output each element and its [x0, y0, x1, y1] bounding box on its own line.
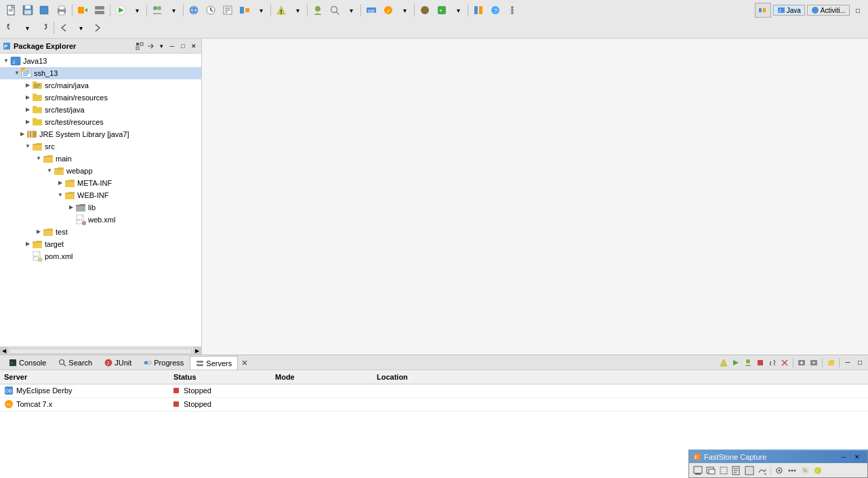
server-disconnect-btn[interactable] [779, 357, 790, 368]
tree-item-test[interactable]: ▶ test [0, 226, 201, 238]
expand-target[interactable]: ▶ [24, 241, 31, 247]
maximize-btn[interactable]: □ [850, 3, 865, 18]
maximize-panel-btn[interactable]: □ [178, 41, 188, 51]
expand-webinf[interactable]: ▼ [57, 192, 64, 199]
myeclipse-btn4[interactable]: + [434, 3, 450, 18]
extras-btn[interactable] [504, 3, 520, 18]
tree-item-srctestresources[interactable]: ▶ src/test/resources [0, 116, 201, 128]
scroll-left[interactable]: ◀ [0, 347, 8, 355]
tree-item-srctestjava[interactable]: ▶ src/test/java [0, 104, 201, 116]
open-perspective[interactable] [755, 3, 771, 18]
tree-item-srcmainresources[interactable]: ▶ src/main/resources [0, 92, 201, 104]
new-button[interactable] [3, 3, 19, 18]
tree-item-ssh13[interactable]: ▼ M ssh_13 [0, 67, 201, 79]
capture-scroll-btn[interactable] [730, 464, 743, 477]
debug-dropdown[interactable]: ▾ [290, 3, 305, 18]
expand-webapp[interactable]: ▼ [46, 167, 53, 174]
expand-ssh13[interactable]: ▼ [14, 70, 20, 77]
myeclipse-btn2[interactable]: ✓ [380, 3, 396, 18]
tab-console[interactable]: >_ Console [3, 356, 52, 370]
team-dropdown[interactable]: ▾ [166, 3, 181, 18]
server-add-btn[interactable] [796, 357, 807, 368]
expand-srcmainresources[interactable]: ▶ [24, 94, 31, 101]
undo-button[interactable] [3, 20, 19, 35]
faststone-minimize[interactable]: ─ [838, 451, 850, 463]
tree-item-webinf[interactable]: ▼ WEB-INF [0, 189, 201, 201]
save-button[interactable] [20, 3, 36, 18]
close-panel-btn[interactable]: ✕ [189, 41, 199, 51]
server-stop-btn[interactable] [755, 357, 766, 368]
expand-metainf[interactable]: ▶ [57, 180, 64, 186]
search-toolbar-button[interactable] [327, 3, 343, 18]
tab-servers[interactable]: Servers [190, 356, 238, 370]
capture-more-btn[interactable] [786, 464, 798, 477]
capture-settings-btn[interactable] [773, 464, 785, 477]
expand-java13[interactable]: ▼ [3, 58, 9, 64]
minimize-panel-btn[interactable]: ─ [167, 41, 177, 51]
tree-item-srcmainjava[interactable]: ▶ src/main/java [0, 79, 201, 92]
expand-test[interactable]: ▶ [35, 228, 42, 235]
myeclipse-btn3[interactable] [417, 3, 433, 18]
run-button[interactable] [112, 3, 129, 18]
team-button[interactable] [149, 3, 165, 18]
deploy-button[interactable] [75, 3, 91, 18]
tree-item-webxml[interactable]: ▶ xml web.xml [0, 214, 201, 226]
tab-junit[interactable]: J JUnit [98, 356, 138, 370]
server-profile-btn[interactable] [743, 357, 753, 368]
redo-button[interactable] [35, 20, 51, 35]
expand-srctestresources[interactable]: ▶ [24, 119, 31, 125]
tab-search[interactable]: Search [52, 356, 98, 370]
close-tabs-button[interactable] [238, 356, 251, 370]
capture-extra2-btn[interactable]: ! [812, 464, 824, 477]
capture-freehand-btn[interactable] [756, 464, 768, 477]
minimize-bottom[interactable]: ─ [842, 357, 853, 368]
horizontal-scrollbar[interactable]: ◀ ▶ [0, 346, 201, 355]
search-dropdown[interactable]: ▾ [344, 3, 358, 18]
capture-window-btn[interactable] [705, 464, 717, 477]
perspectives-btn[interactable] [470, 3, 487, 18]
tree-item-target[interactable]: ▶ target [0, 238, 201, 250]
back-button[interactable] [56, 20, 73, 35]
print-button[interactable] [54, 3, 70, 18]
expand-jrelibrary[interactable]: ▶ [19, 131, 26, 138]
link-with-editor-btn[interactable] [146, 41, 155, 51]
myeclipse-dropdown2[interactable]: ▾ [451, 3, 466, 18]
undo-dropdown[interactable]: ▾ [20, 20, 35, 35]
save-all-button[interactable] [37, 3, 53, 18]
collapse-all-btn[interactable] [135, 41, 144, 51]
tab-progress[interactable]: Progress [138, 356, 190, 370]
clock-button[interactable] [203, 3, 219, 18]
help-btn[interactable]: ? [487, 3, 503, 18]
server-row-derby[interactable]: DB MyEclipse Derby Stopped [0, 384, 868, 397]
tree-item-src[interactable]: ▼ src [0, 140, 201, 153]
server-row-tomcat[interactable]: TC Tomcat 7.x Stopped [0, 397, 868, 411]
faststone-close[interactable]: ✕ [851, 451, 863, 463]
maximize-bottom[interactable]: □ [854, 357, 865, 368]
back-dropdown[interactable]: ▾ [73, 20, 88, 35]
tree-item-lib[interactable]: ▶ lib [0, 201, 201, 214]
tree-item-pomxml[interactable]: ▶ xml pom.xml [0, 250, 201, 262]
perspective-dropdown[interactable]: ▾ [253, 3, 268, 18]
server-debug-btn[interactable] [718, 357, 729, 368]
expand-main[interactable]: ▼ [35, 155, 42, 162]
server-button[interactable] [91, 3, 108, 18]
server-remove-btn[interactable] [808, 357, 819, 368]
capture-fullscreen-btn[interactable] [743, 464, 756, 477]
capture-screen-btn[interactable] [692, 464, 704, 477]
scroll-right[interactable]: ▶ [193, 347, 201, 355]
run-dropdown[interactable]: ▾ [129, 3, 144, 18]
myeclipse-btn1[interactable]: ME [363, 3, 379, 18]
myeclipse-dropdown[interactable]: ▾ [397, 3, 412, 18]
forward-button[interactable] [89, 20, 105, 35]
expand-lib[interactable]: ▶ [68, 204, 75, 211]
expand-srctestjava[interactable]: ▶ [24, 106, 31, 113]
tree-item-webapp[interactable]: ▼ webapp [0, 165, 201, 177]
view-menu-btn[interactable]: ▾ [157, 41, 166, 51]
globe-button[interactable] [186, 3, 202, 18]
perspective-button[interactable] [236, 3, 253, 18]
capture-region-btn[interactable] [718, 464, 730, 477]
server-restart-btn[interactable] [767, 357, 778, 368]
java-perspective[interactable]: J Java [773, 5, 805, 16]
expand-srcmainjava[interactable]: ▶ [24, 82, 31, 89]
server-start-btn[interactable] [730, 357, 741, 368]
